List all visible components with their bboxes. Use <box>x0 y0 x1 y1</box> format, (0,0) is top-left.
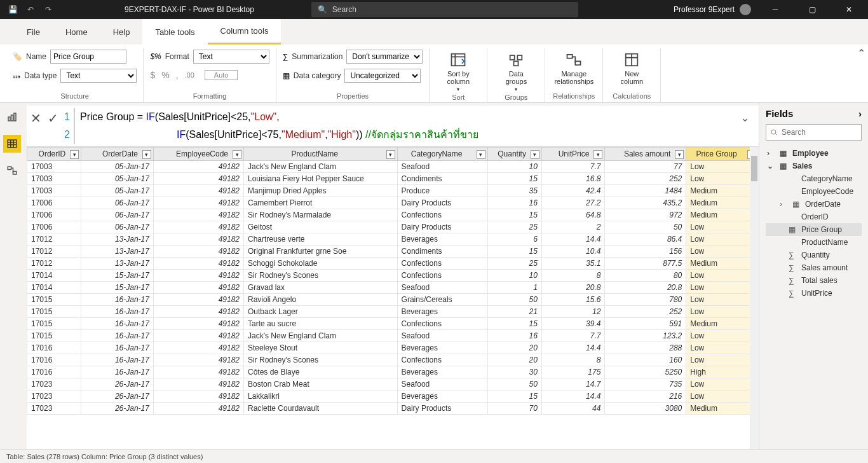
sort-by-column-button[interactable]: Sort by column▾ <box>436 48 480 92</box>
chevron-right-icon[interactable]: › <box>858 108 862 119</box>
minimize-button[interactable]: ─ <box>763 0 788 19</box>
table-row[interactable]: 1700606-Jan-1749182GeitostDairy Products… <box>27 221 759 233</box>
menu-home[interactable]: Home <box>53 19 100 45</box>
field-item[interactable]: ProductName <box>766 236 862 249</box>
data-groups-button[interactable]: Data groups▾ <box>494 48 538 92</box>
table-row[interactable]: 1701213-Jan-1749182Schoggi SchokoladeCon… <box>27 258 759 270</box>
table-row[interactable]: 1700606-Jan-1749182Sir Rodney's Marmalad… <box>27 209 759 221</box>
column-name-input[interactable] <box>50 50 126 64</box>
filter-dropdown-icon[interactable]: ▾ <box>477 150 485 159</box>
column-header[interactable]: CategoryName▾ <box>397 148 487 161</box>
field-item[interactable]: OrderID <box>766 211 862 223</box>
percent-icon[interactable]: % <box>161 70 169 80</box>
filter-dropdown-icon[interactable]: ▾ <box>386 150 395 159</box>
avatar-icon <box>740 4 751 15</box>
field-item[interactable]: ∑Sales amount <box>766 261 862 274</box>
currency-icon[interactable]: $ <box>150 70 155 80</box>
undo-icon[interactable]: ↶ <box>25 4 36 15</box>
decimals-icon[interactable]: .00 <box>185 71 194 79</box>
table-row[interactable]: 1700305-Jan-1749182Manjimup Dried Apples… <box>27 185 759 197</box>
table-row[interactable]: 1702326-Jan-1749182Boston Crab MeatSeafo… <box>27 378 759 390</box>
svg-rect-4 <box>567 55 573 59</box>
chevron-down-icon: ▾ <box>515 86 517 92</box>
auto-decimals[interactable]: Auto <box>205 70 238 80</box>
field-item[interactable]: ∑Quantity <box>766 249 862 261</box>
field-item[interactable]: CategoryName <box>766 172 862 185</box>
maximize-button[interactable]: ▢ <box>799 0 825 19</box>
table-row[interactable]: 1701616-Jan-1749182Steeleye StoutBeverag… <box>27 342 759 354</box>
column-header[interactable]: ProductName▾ <box>244 148 398 161</box>
fields-search-input[interactable] <box>766 124 862 141</box>
table-row[interactable]: 1701213-Jan-1749182Original Frankfurter … <box>27 245 759 258</box>
field-item[interactable]: ›▦OrderDate <box>766 198 862 211</box>
column-header[interactable]: UnitPrice▾ <box>541 148 604 161</box>
filter-dropdown-icon[interactable]: ▾ <box>142 150 151 159</box>
filter-dropdown-icon[interactable]: ▾ <box>675 150 684 159</box>
table-row[interactable]: 1701516-Jan-1749182Outback LagerBeverage… <box>27 306 759 318</box>
filter-dropdown-icon[interactable]: ▾ <box>70 150 79 159</box>
cancel-formula-icon[interactable]: ✕ <box>31 111 41 126</box>
datatype-select[interactable]: Text <box>60 69 137 83</box>
filter-dropdown-icon[interactable]: ▾ <box>531 150 539 159</box>
filter-dropdown-icon[interactable]: ▾ <box>233 150 241 159</box>
column-header[interactable]: Quantity▾ <box>487 148 541 161</box>
expand-formula-icon[interactable]: ⌄ <box>735 108 755 127</box>
field-item[interactable]: ▦Price Group <box>766 223 862 236</box>
table-employee[interactable]: ›▦Employee <box>766 147 862 160</box>
svg-rect-11 <box>8 167 11 170</box>
filter-dropdown-icon[interactable]: ▾ <box>593 150 602 159</box>
group-structure: Structure <box>13 91 137 102</box>
menu-help[interactable]: Help <box>100 19 143 45</box>
user-account[interactable]: Professor 9Expert <box>674 4 751 15</box>
column-header[interactable]: OrderID▾ <box>27 148 81 161</box>
manage-relationships-button[interactable]: Manage relationships <box>552 48 596 85</box>
table-row[interactable]: 1700305-Jan-1749182Jack's New England Cl… <box>27 161 759 173</box>
comma-icon[interactable]: , <box>176 70 179 80</box>
menu-table-tools[interactable]: Table tools <box>142 19 207 45</box>
chevron-down-icon: ▾ <box>457 86 459 92</box>
table-row[interactable]: 1701415-Jan-1749182Sir Rodney's SconesCo… <box>27 270 759 282</box>
format-select[interactable]: Text <box>193 50 269 64</box>
data-view-button[interactable] <box>3 135 21 153</box>
svg-rect-5 <box>576 61 581 65</box>
formula-code[interactable]: 1Price Group = IF(Sales[UnitPrice]<25,"L… <box>64 108 730 144</box>
commit-formula-icon[interactable]: ✓ <box>48 111 58 126</box>
datacategory-select[interactable]: Uncategorized <box>344 69 421 83</box>
table-row[interactable]: 1701616-Jan-1749182Côtes de BlayeBeverag… <box>27 366 759 378</box>
column-header[interactable]: OrderDate▾ <box>81 148 154 161</box>
summarization-select[interactable]: Don't summarize <box>346 50 423 64</box>
field-item[interactable]: ∑UnitPrice <box>766 287 862 300</box>
table-row[interactable]: 1700305-Jan-1749182Louisiana Fiery Hot P… <box>27 173 759 185</box>
field-item[interactable]: EmployeeCode <box>766 185 862 198</box>
table-row[interactable]: 1700606-Jan-1749182Camembert PierrotDair… <box>27 197 759 209</box>
model-view-button[interactable] <box>3 162 21 179</box>
field-item[interactable]: ∑Total sales <box>766 274 862 287</box>
column-header[interactable]: Price Group▾ <box>686 148 759 161</box>
table-row[interactable]: 1701516-Jan-1749182Jack's New England Cl… <box>27 330 759 342</box>
table-row[interactable]: 1702326-Jan-1749182LakkalikriBeverages15… <box>27 390 759 403</box>
summarization-label: Summarization <box>292 52 342 61</box>
data-grid[interactable]: OrderID▾OrderDate▾EmployeeCode▾ProductNa… <box>27 147 759 449</box>
table-row[interactable]: 1701516-Jan-1749182Tarte au sucreConfect… <box>27 318 759 330</box>
formula-bar[interactable]: ✕ ✓ 1Price Group = IF(Sales[UnitPrice]<2… <box>27 106 759 147</box>
menu-column-tools[interactable]: Column tools <box>208 19 281 45</box>
save-icon[interactable]: 💾 <box>8 4 18 15</box>
close-button[interactable]: ✕ <box>836 0 862 19</box>
search-icon: 🔍 <box>318 5 327 14</box>
vertical-scrollbar[interactable] <box>750 147 759 449</box>
table-row[interactable]: 1701516-Jan-1749182Ravioli AngeloGrains/… <box>27 294 759 306</box>
table-row[interactable]: 1701415-Jan-1749182Gravad laxSeafood120.… <box>27 282 759 294</box>
report-view-button[interactable] <box>3 108 21 126</box>
group-relationships: Relationships <box>552 91 596 102</box>
collapse-ribbon-icon[interactable]: ⌃ <box>857 47 865 59</box>
table-row[interactable]: 1701213-Jan-1749182Chartreuse verteBever… <box>27 233 759 245</box>
menu-file[interactable]: File <box>14 19 53 45</box>
table-row[interactable]: 1702326-Jan-1749182Raclette CourdavaultD… <box>27 403 759 415</box>
global-search[interactable]: 🔍 Search <box>311 2 578 17</box>
column-header[interactable]: Sales amount▾ <box>605 148 686 161</box>
redo-icon[interactable]: ↷ <box>43 4 53 15</box>
table-row[interactable]: 1701616-Jan-1749182Sir Rodney's SconesCo… <box>27 354 759 366</box>
table-sales[interactable]: ⌄▦Sales <box>766 160 862 172</box>
new-column-button[interactable]: New column <box>609 48 654 85</box>
column-header[interactable]: EmployeeCode▾ <box>153 148 243 161</box>
